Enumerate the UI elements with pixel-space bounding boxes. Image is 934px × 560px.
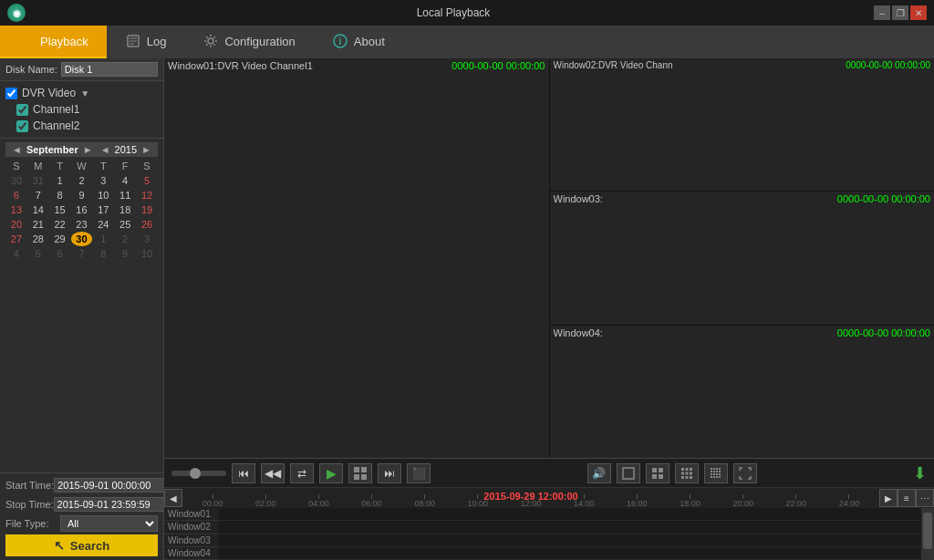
- calendar-body: 3031123456789101112131415161718192021222…: [5, 173, 158, 261]
- app-logo: ◉: [7, 4, 26, 22]
- calendar-day[interactable]: 24: [92, 217, 114, 232]
- calendar-day[interactable]: 10: [136, 246, 158, 261]
- next-month-button[interactable]: ►: [80, 144, 96, 155]
- disk-dropdown[interactable]: Disk 1: [61, 62, 158, 77]
- calendar-day[interactable]: 16: [71, 202, 93, 217]
- search-button[interactable]: ↖ Search: [5, 534, 158, 556]
- svg-rect-9: [354, 467, 359, 472]
- video-panel-04[interactable]: Window04: 0000-00-00 00:00:00: [550, 326, 935, 458]
- calendar-day[interactable]: 9: [71, 188, 93, 202]
- track-row[interactable]: [219, 534, 921, 547]
- calendar-day[interactable]: 2: [71, 173, 93, 188]
- tab-about[interactable]: i About: [314, 26, 403, 58]
- calendar-day[interactable]: 28: [27, 232, 49, 246]
- sync-button[interactable]: ⇄: [290, 463, 314, 483]
- calendar-day[interactable]: 30: [71, 232, 93, 246]
- channel-group-header[interactable]: DVR Video ▼: [5, 85, 158, 101]
- channel2-item[interactable]: Channel2: [5, 118, 158, 134]
- tab-playback[interactable]: Playback: [0, 26, 107, 58]
- speed-slider-thumb[interactable]: [190, 468, 201, 479]
- video-panel-03[interactable]: Window03: 0000-00-00 00:00:00: [550, 192, 935, 324]
- calendar-day[interactable]: 18: [114, 202, 136, 217]
- timeline-tracks: Window01Window02Window03Window04: [164, 508, 934, 560]
- download-button[interactable]: ⬇: [913, 463, 927, 483]
- step-forward-button[interactable]: ⏭: [378, 463, 401, 483]
- fullscreen-button[interactable]: [733, 463, 757, 483]
- next-year-button[interactable]: ►: [139, 144, 154, 155]
- prev-year-button[interactable]: ◄: [98, 144, 113, 155]
- prev-frame-button[interactable]: ⏮: [232, 463, 255, 483]
- calendar-day[interactable]: 7: [71, 246, 93, 261]
- channel1-checkbox[interactable]: [16, 104, 28, 116]
- layout-16-button[interactable]: [704, 463, 728, 483]
- calendar-day[interactable]: 9: [114, 246, 136, 261]
- timeline-tick: 02:00: [239, 494, 292, 508]
- calendar-day[interactable]: 8: [92, 246, 114, 261]
- track-row[interactable]: [219, 547, 921, 560]
- layout-4-button[interactable]: [646, 463, 669, 483]
- timeline-next-button[interactable]: ▶: [879, 489, 898, 507]
- stop-button[interactable]: ⬛: [407, 463, 431, 483]
- tab-configuration[interactable]: Configuration: [184, 26, 313, 58]
- calendar-day[interactable]: 30: [5, 173, 27, 188]
- filetype-select[interactable]: All: [60, 515, 158, 532]
- calendar-day[interactable]: 2: [114, 232, 136, 246]
- calendar-day[interactable]: 14: [27, 202, 49, 217]
- tab-log[interactable]: Log: [107, 26, 185, 58]
- calendar-day[interactable]: 1: [49, 173, 71, 188]
- layout-9-button[interactable]: [675, 463, 699, 483]
- calendar-day[interactable]: 4: [5, 246, 27, 261]
- channel1-item[interactable]: Channel1: [5, 101, 158, 118]
- layout-single-button[interactable]: [617, 463, 640, 483]
- channel2-checkbox[interactable]: [16, 120, 28, 132]
- video-panel-main[interactable]: Window01:DVR Video Channel1 0000-00-00 0…: [164, 58, 549, 458]
- timeline-scrollbar[interactable]: [921, 508, 934, 560]
- calendar-day[interactable]: 10: [92, 188, 114, 202]
- calendar-day[interactable]: 25: [114, 217, 136, 232]
- speaker-button[interactable]: 🔊: [587, 463, 611, 483]
- calendar-day[interactable]: 6: [5, 188, 27, 202]
- timeline-zoom-button[interactable]: ≡: [898, 489, 916, 507]
- calendar-day[interactable]: 3: [92, 173, 114, 188]
- calendar-day[interactable]: 23: [71, 217, 93, 232]
- svg-rect-18: [681, 468, 684, 471]
- scrollbar-thumb[interactable]: [923, 513, 932, 549]
- calendar-day[interactable]: 6: [49, 246, 71, 261]
- calendar-day[interactable]: 15: [49, 202, 71, 217]
- calendar-day[interactable]: 5: [27, 246, 49, 261]
- close-button[interactable]: ✕: [910, 5, 927, 20]
- calendar-day[interactable]: 7: [27, 188, 49, 202]
- calendar-day[interactable]: 19: [136, 202, 158, 217]
- calendar-day[interactable]: 1: [92, 232, 114, 246]
- slow-reverse-button[interactable]: ◀◀: [261, 463, 285, 483]
- calendar-day[interactable]: 17: [92, 202, 114, 217]
- calendar-day[interactable]: 3: [136, 232, 158, 246]
- dvr-video-checkbox[interactable]: [5, 88, 17, 99]
- prev-month-button[interactable]: ◄: [9, 144, 25, 155]
- calendar-day[interactable]: 4: [114, 173, 136, 188]
- svg-rect-28: [713, 468, 715, 470]
- restore-button[interactable]: ❐: [892, 5, 908, 20]
- play-button[interactable]: ▶: [319, 463, 343, 483]
- video-panel-02[interactable]: Window02:DVR Video Chann 0000-00-00 00:0…: [550, 58, 935, 191]
- calendar-day[interactable]: 31: [27, 173, 49, 188]
- calendar-day[interactable]: 11: [114, 188, 136, 202]
- calendar-day[interactable]: 27: [5, 232, 27, 246]
- layout-2x2-button[interactable]: [348, 463, 372, 483]
- calendar-day[interactable]: 12: [136, 188, 158, 202]
- channel2-label: Channel2: [33, 119, 79, 132]
- track-row[interactable]: [219, 508, 921, 521]
- timeline-prev-button[interactable]: ◀: [164, 489, 182, 507]
- calendar-day[interactable]: 8: [49, 188, 71, 202]
- calendar-day[interactable]: 20: [5, 217, 27, 232]
- track-row[interactable]: [219, 521, 921, 534]
- timeline-options-button[interactable]: ⋯: [916, 489, 934, 507]
- calendar-day[interactable]: 22: [49, 217, 71, 232]
- minimize-button[interactable]: –: [874, 5, 890, 20]
- calendar-day[interactable]: 5: [136, 173, 158, 188]
- calendar-day[interactable]: 29: [49, 232, 71, 246]
- calendar-day[interactable]: 13: [5, 202, 27, 217]
- calendar-day[interactable]: 21: [27, 217, 49, 232]
- calendar-day[interactable]: 26: [136, 217, 158, 232]
- speed-slider[interactable]: [171, 471, 226, 476]
